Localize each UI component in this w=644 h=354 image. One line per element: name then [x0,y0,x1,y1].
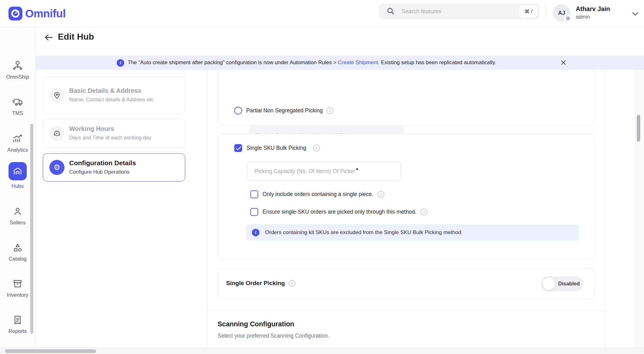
horizontal-scrollbar-track[interactable] [0,347,644,354]
sidebar-item-label: TMS [12,110,23,116]
bulk-picking-label: Single SKU Bulk Picking [247,145,306,151]
input-placeholder: Picking Capacity (No. Of Items) Of Picke… [254,168,355,175]
clock-icon [49,126,64,141]
box-icon [12,278,23,289]
avatar-gear-icon: ⚙ [564,15,572,22]
search-icon [386,7,395,16]
banner-text-after: Existing setup has been replicated autom… [380,59,496,65]
toggle-knob [542,278,555,290]
analytics-chart-icon [12,133,23,144]
banner-text: The “Auto create shipment after packing”… [128,59,496,66]
single-order-picking-label: Single Order Picking [226,280,285,287]
omniful-logo[interactable]: Omniful [8,7,66,20]
top-header: Omniful Search features ⌘ / AJ ⚙ Atharv … [0,0,644,27]
page-title: Edit Hub [58,32,94,42]
step-subtitle: Name, Contact details & Address etc [69,96,164,104]
user-menu-chevron-down-icon[interactable] [632,11,638,17]
bulk-picking-capacity-input[interactable]: Picking Capacity (No. Of Items) Of Picke… [247,162,401,181]
main-scrollbar-track[interactable] [635,70,644,347]
step-title: Basic Details & Address [69,87,164,94]
info-banner: i The “Auto create shipment after packin… [36,56,644,70]
location-pin-icon [49,88,64,103]
ensure-single-sku-info-icon[interactable]: i [421,209,427,215]
brand-name: Omniful [25,7,66,20]
bulk-picking-info-icon[interactable]: i [313,145,320,151]
section-divider [207,311,605,311]
step-title: Working Hours [69,125,151,132]
sidebar-item-label: Inventory [7,292,28,298]
user-role: admin [576,14,590,20]
scanning-configuration-title: Scanning Configuration [218,320,294,328]
partial-picking-radio[interactable] [234,107,242,115]
sidebar-item-label: OmniShip [6,74,29,80]
omniful-logo-icon [8,7,22,20]
hubs-warehouse-icon [8,162,27,180]
kit-sku-note-text: Orders containing kit SKUs are excluded … [265,229,463,236]
picking-methods-card: Partial Non Segregated Picking i Picking… [218,70,594,126]
avatar-initials: AJ [558,10,565,16]
scanning-configuration-subtitle: Select your preferred Scanning Configura… [218,333,329,339]
search-shortcut-badge: ⌘ / [519,5,537,18]
step-subtitle: Days and Time of each working day [69,134,151,142]
single-piece-label: Only include orders containing a single … [263,191,373,198]
sidebar-item-label: Catalog [9,256,27,262]
step-basic-details[interactable]: Basic Details & Address Name, Contact de… [43,76,185,114]
info-icon: i [117,59,124,67]
single-piece-info-icon[interactable]: i [378,191,384,198]
main-scrollbar-thumb[interactable] [637,115,640,142]
step-configuration-details[interactable]: ⚙ Configuration Details Configure Hub Op… [43,153,185,182]
bulk-picking-card: Single SKU Bulk Picking i Picking Capaci… [218,134,594,260]
bulk-picking-checkbox[interactable] [234,144,242,152]
sidebar-scrollbar[interactable] [30,124,33,334]
document-icon [12,315,23,325]
person-icon [12,206,23,217]
create-shipment-link[interactable]: Create Shipment. [338,59,380,65]
sidebar-item-label: Sellers [10,220,25,226]
horizontal-scrollbar-thumb[interactable] [5,349,96,353]
back-arrow-icon[interactable] [44,33,53,43]
user-name: Atharv Jain [576,5,610,13]
omniship-icon [12,60,23,71]
configuration-gear-icon: ⚙ [49,160,64,175]
ensure-single-sku-label: Ensure single-SKU orders are picked only… [263,209,416,215]
kit-sku-note: i Orders containing kit SKUs are exclude… [246,224,579,241]
sidebar-item-label: Analytics [7,147,28,153]
banner-close-icon[interactable] [560,59,567,66]
truck-icon [12,97,24,107]
partial-picking-info-icon[interactable]: i [327,107,333,114]
single-order-picking-info-icon[interactable]: i [289,280,295,287]
steps-content-divider [207,70,207,347]
single-piece-checkbox[interactable] [250,190,258,198]
single-order-picking-toggle[interactable]: Disabled [541,276,583,291]
content-right-border [605,70,605,347]
search-input[interactable]: Search features ⌘ / [379,3,540,20]
partial-picking-label: Partial Non Segregated Picking [246,107,323,114]
info-icon: i [252,229,259,236]
single-order-picking-card: Single Order Picking i Disabled [218,268,594,300]
search-placeholder: Search features [402,8,519,15]
sidebar-item-label: Reports [8,328,27,334]
sidebar-item-omniship[interactable]: OmniShip [0,60,35,80]
sidebar-item-label: Hubs [12,183,24,189]
step-working-hours[interactable]: Working Hours Days and Time of each work… [43,119,185,148]
sidebar-nav: OmniShip TMS Analytics [0,27,36,347]
step-title: Configuration Details [69,159,136,167]
content-area: Basic Details & Address Name, Contact de… [36,70,605,347]
sidebar-item-tms[interactable]: TMS [0,97,35,116]
ensure-single-sku-checkbox[interactable] [250,208,258,216]
header-divider [546,5,546,22]
step-subtitle: Configure Hub Operations [69,168,136,176]
shapes-icon [12,242,23,253]
toggle-state-label: Disabled [558,281,580,287]
banner-text-before: The “Auto create shipment after packing”… [128,59,338,65]
